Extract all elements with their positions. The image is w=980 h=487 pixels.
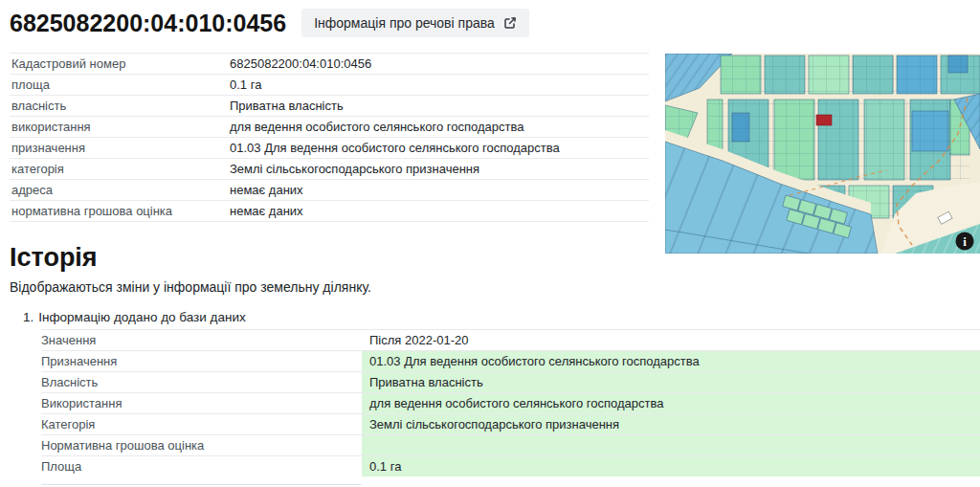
info-label: площа xyxy=(10,75,228,96)
info-label: Кадастровий номер xyxy=(10,54,228,75)
info-label: власність xyxy=(10,96,228,117)
history-label: Призначення xyxy=(41,351,362,372)
history-table: Значення Після 2022-01-20 Призначення01.… xyxy=(41,329,980,476)
info-value: Землі сільськогосподарського призначення xyxy=(228,159,649,180)
history-label: Власність xyxy=(41,372,362,393)
history-entry-header: 1. Інформацію додано до бази даних xyxy=(23,310,980,324)
history-value: Землі сільськогосподарського призначення xyxy=(362,414,980,435)
info-label: адреса xyxy=(10,180,228,201)
table-row: площа0.1 га xyxy=(10,75,649,96)
info-label: категорія xyxy=(10,159,228,180)
info-label: нормативна грошова оцінка xyxy=(10,201,228,222)
history-value: Приватна власність xyxy=(362,372,980,393)
info-label: використання xyxy=(10,117,228,138)
history-label: Площа xyxy=(41,456,362,477)
table-row: КатегоріяЗемлі сільськогосподарського пр… xyxy=(41,414,980,435)
history-entry-index: 1. xyxy=(23,310,33,324)
table-row: призначення01.03 Для ведення особистого … xyxy=(10,138,649,159)
cadastral-map[interactable]: i xyxy=(665,54,980,254)
table-row: Нормативна грошова оцінка xyxy=(41,435,980,456)
page-title: 6825082200:04:010:0456 xyxy=(10,10,286,37)
info-value: немає даних xyxy=(228,180,649,201)
history-value: для ведення особистого селянського госпо… xyxy=(362,393,980,414)
table-row: адресанемає даних xyxy=(10,180,649,201)
info-value: для ведення особистого селянського госпо… xyxy=(228,117,649,138)
table-row: категоріяЗемлі сільськогосподарського пр… xyxy=(10,159,649,180)
info-value: 01.03 Для ведення особистого селянського… xyxy=(228,138,649,159)
table-row: Призначення01.03 Для ведення особистого … xyxy=(41,351,980,372)
history-value xyxy=(362,435,980,456)
history-label: Категорія xyxy=(41,414,362,435)
history-value: 01.03 Для ведення особистого селянського… xyxy=(362,351,980,372)
history-subtitle: Відображаються зміни у інформації про зе… xyxy=(10,279,980,295)
info-value: 6825082200:04:010:0456 xyxy=(228,54,649,75)
info-value: 0.1 га xyxy=(228,75,649,96)
external-link-icon xyxy=(503,16,517,30)
table-row: власністьПриватна власність xyxy=(10,96,649,117)
info-icon: i xyxy=(963,234,967,249)
history-entry-title: Інформацію додано до бази даних xyxy=(38,310,245,324)
rights-button-label: Інформація про речові права xyxy=(314,15,495,31)
table-row: Використаннядля ведення особистого селян… xyxy=(41,393,980,414)
info-label: призначення xyxy=(10,138,228,159)
page-header: 6825082200:04:010:0456 Інформація про ре… xyxy=(0,0,980,37)
info-value: Приватна власність xyxy=(228,96,649,117)
table-row: використаннядля ведення особистого селян… xyxy=(10,117,649,138)
property-rights-button[interactable]: Інформація про речові права xyxy=(301,9,529,37)
cadastral-map-image: i xyxy=(665,54,980,254)
map-info-button[interactable]: i xyxy=(956,232,974,251)
selected-parcel-highlight xyxy=(816,115,832,125)
history-value: 0.1 га xyxy=(362,456,980,477)
table-row: ВласністьПриватна власність xyxy=(41,372,980,393)
info-value: немає даних xyxy=(228,201,649,222)
table-row: Кадастровий номер6825082200:04:010:0456 xyxy=(10,54,649,75)
table-bottom-divider xyxy=(41,484,362,485)
history-label: Використання xyxy=(41,393,362,414)
history-label: Нормативна грошова оцінка xyxy=(41,435,362,456)
table-row: Площа0.1 га xyxy=(41,456,980,477)
history-column-value: Після 2022-01-20 xyxy=(362,330,980,351)
history-column-label: Значення xyxy=(41,330,362,351)
parcel-info-table: Кадастровий номер6825082200:04:010:0456 … xyxy=(10,53,649,222)
table-row: Значення Після 2022-01-20 xyxy=(41,330,980,351)
history-section: Історія Відображаються зміни у інформаці… xyxy=(10,243,980,485)
table-row: нормативна грошова оцінканемає даних xyxy=(10,201,649,222)
